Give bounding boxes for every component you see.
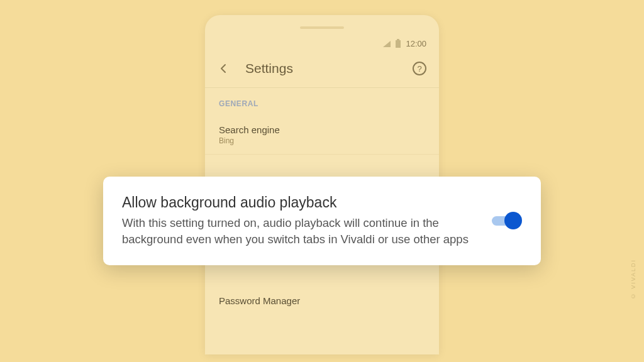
popup-content: Allow background audio playback With thi… [122, 194, 477, 248]
status-time: 12:00 [406, 39, 426, 48]
back-icon[interactable] [218, 63, 229, 74]
phone-notch [300, 26, 344, 29]
setting-search-engine[interactable]: Search engine Bing [205, 116, 439, 155]
signal-icon [383, 41, 391, 47]
toggle-thumb [504, 212, 522, 229]
popup-title: Allow background audio playback [122, 194, 477, 211]
toggle-background-audio[interactable] [492, 212, 522, 229]
page-title: Settings [245, 61, 413, 76]
setting-value: Bing [219, 136, 425, 145]
setting-title: Password Manager [219, 295, 425, 306]
battery-icon [396, 40, 401, 48]
setting-title: Search engine [219, 124, 425, 135]
watermark: © VIVALDI [630, 259, 636, 299]
section-label-general: GENERAL [205, 88, 439, 116]
popup-description: With this setting turned on, audio playb… [122, 215, 477, 248]
app-header: Settings ? [205, 53, 439, 88]
popup-card: Allow background audio playback With thi… [103, 177, 541, 265]
help-icon[interactable]: ? [413, 62, 426, 75]
status-bar: 12:00 [205, 15, 439, 53]
setting-password-manager[interactable]: Password Manager [205, 287, 439, 316]
